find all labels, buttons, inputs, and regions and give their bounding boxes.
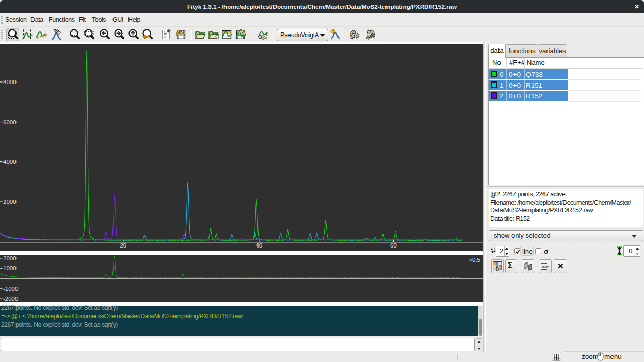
svg-text:2000: 2000 [3,199,17,205]
svg-text:-1000: -1000 [3,286,18,292]
svg-text:6000: 6000 [3,119,17,125]
svg-text:40: 40 [255,242,262,249]
svg-text:20: 20 [120,242,126,249]
svg-text:×0.5: ×0.5 [469,257,480,263]
svg-text:8000: 8000 [3,79,17,85]
svg-text:60: 60 [390,242,397,249]
svg-text:-2000: -2000 [3,295,18,302]
svg-text:4000: 4000 [3,159,17,165]
svg-text:1000: 1000 [3,265,17,271]
svg-text:2000: 2000 [3,255,17,261]
